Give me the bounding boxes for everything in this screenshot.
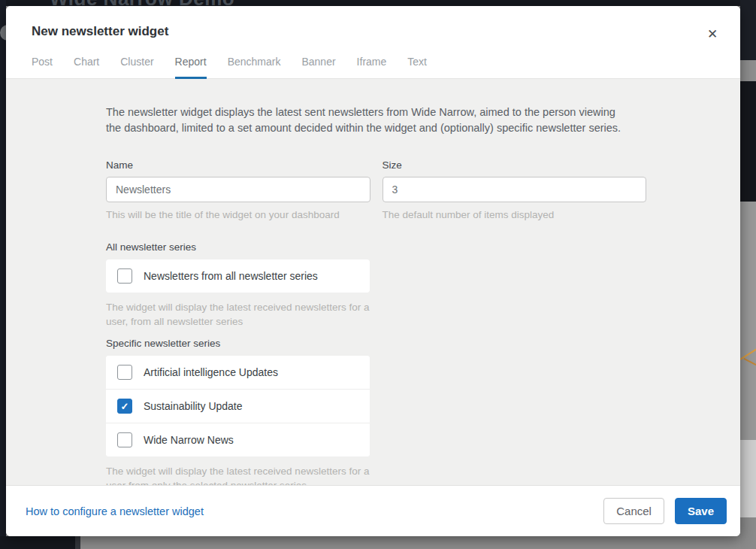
background-block <box>740 81 756 202</box>
background-page-content <box>740 0 756 549</box>
background-block <box>740 60 756 81</box>
check-icon: ✓ <box>121 401 129 412</box>
tab-post[interactable]: Post <box>32 49 53 79</box>
background-bottom-tick <box>75 536 80 549</box>
modal-header: New newsletter widget ✕ <box>6 6 740 39</box>
tab-chart[interactable]: Chart <box>74 49 99 79</box>
background-sidebar <box>0 0 6 549</box>
all-series-section-label: All newsletter series <box>106 241 740 253</box>
checkbox[interactable]: ✓ <box>117 365 132 380</box>
background-bottom-left <box>0 536 75 549</box>
cancel-button[interactable]: Cancel <box>603 498 664 524</box>
background-block <box>740 517 756 549</box>
modal-title: New newsletter widget <box>32 24 715 39</box>
option-label: Wide Narrow News <box>144 434 234 446</box>
modal-footer: How to configure a newsletter widget Can… <box>6 485 740 536</box>
tab-cluster[interactable]: Cluster <box>120 49 153 79</box>
size-input[interactable] <box>383 177 647 202</box>
specific-series-card: ✓ Artificial intelligence Updates ✓ Sust… <box>106 356 370 456</box>
background-block <box>740 0 756 60</box>
tab-report[interactable]: Report <box>175 49 207 79</box>
size-helper: The default number of items displayed <box>383 209 647 220</box>
size-field-group: Size The default number of items display… <box>383 159 647 220</box>
option-label: Sustainability Update <box>144 400 243 412</box>
checkbox[interactable]: ✓ <box>117 268 132 284</box>
close-icon[interactable]: ✕ <box>704 26 721 42</box>
check-icon: ✓ <box>121 367 129 378</box>
option-sustainability-update[interactable]: ✓ Sustainability Update <box>106 389 370 423</box>
background-chart-fragment <box>739 348 756 359</box>
specific-series-section-label: Specific newsletter series <box>106 338 740 349</box>
size-label: Size <box>383 159 647 171</box>
name-field-group: Name This will be the title of the widge… <box>106 159 370 220</box>
tab-iframe[interactable]: Iframe <box>357 49 387 79</box>
option-label: Newsletters from all newsletter series <box>144 270 318 282</box>
configure-help-link[interactable]: How to configure a newsletter widget <box>26 505 204 517</box>
tab-banner[interactable]: Banner <box>301 49 335 79</box>
check-icon: ✓ <box>121 271 129 282</box>
option-wide-narrow-news[interactable]: ✓ Wide Narrow News <box>106 423 370 456</box>
background-chart-fragment <box>744 358 756 365</box>
name-input[interactable] <box>106 177 370 202</box>
checkbox[interactable]: ✓ <box>117 399 132 414</box>
option-all-newsletter-series[interactable]: ✓ Newsletters from all newsletter series <box>106 259 370 293</box>
specific-series-helper: The widget will display the latest recei… <box>106 464 383 485</box>
option-artificial-intelligence-updates[interactable]: ✓ Artificial intelligence Updates <box>106 356 370 389</box>
all-series-card: ✓ Newsletters from all newsletter series <box>106 259 370 293</box>
checkbox[interactable]: ✓ <box>117 432 132 447</box>
widget-description: The newsletter widget displays the lates… <box>106 105 624 136</box>
tab-benchmark[interactable]: Benchmark <box>228 49 281 79</box>
modal-tabs: Post Chart Cluster Report Benchmark Bann… <box>6 49 740 79</box>
new-newsletter-widget-modal: New newsletter widget ✕ Post Chart Clust… <box>6 6 740 536</box>
tab-text[interactable]: Text <box>407 49 427 79</box>
background-block <box>740 440 756 517</box>
fields-row: Name This will be the title of the widge… <box>106 159 646 220</box>
modal-body: The newsletter widget displays the lates… <box>6 79 740 485</box>
save-button[interactable]: Save <box>675 498 727 524</box>
footer-buttons: Cancel Save <box>603 498 727 524</box>
all-series-helper: The widget will display the latest recei… <box>106 300 383 329</box>
option-label: Artificial intelligence Updates <box>144 366 278 378</box>
check-icon: ✓ <box>121 435 129 446</box>
name-helper: This will be the title of the widget on … <box>106 209 370 220</box>
name-label: Name <box>106 159 370 171</box>
